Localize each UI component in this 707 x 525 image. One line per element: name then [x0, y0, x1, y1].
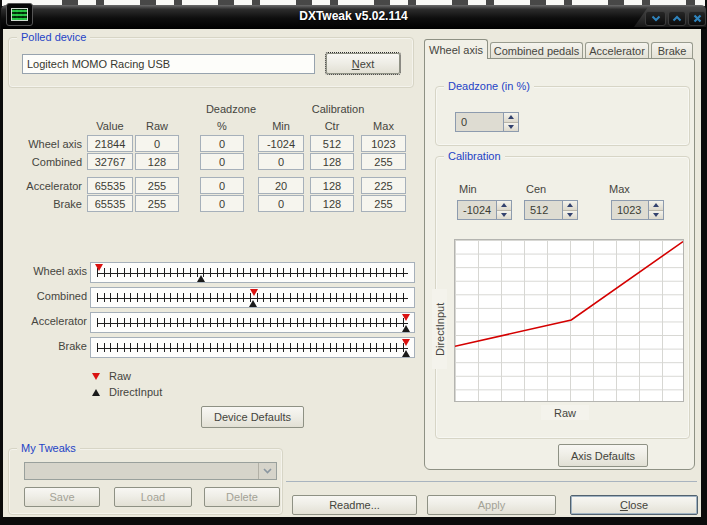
- spin-up-button[interactable]: [497, 201, 511, 211]
- accelerator-slider-row: Accelerator: [11, 312, 415, 333]
- wheel-min-cell: -1024: [258, 135, 304, 152]
- cal-max-spinner[interactable]: 1023: [611, 200, 664, 220]
- accelerator-raw-cell: 255: [135, 177, 179, 194]
- directinput-marker-icon: [92, 389, 100, 396]
- brake-value-cell: 65535: [87, 195, 133, 212]
- spin-up-button[interactable]: [504, 113, 518, 123]
- calibration-curve-svg: [455, 240, 683, 401]
- combined-min-cell: 0: [258, 153, 304, 170]
- chart-x-axis-label: Raw: [541, 405, 589, 420]
- combined-max-cell: 255: [361, 153, 406, 170]
- calibration-label: Calibration: [444, 150, 505, 162]
- directinput-marker: [197, 275, 205, 282]
- window-title: DXTweak v5.02.114: [1, 9, 706, 23]
- table-row-accelerator: Accelerator 65535 255 0 20 128 225: [11, 177, 406, 195]
- axis-defaults-button[interactable]: Axis Defaults: [558, 444, 648, 467]
- cal-cen-spinner[interactable]: 512: [524, 200, 578, 220]
- accelerator-value-cell: 65535: [87, 177, 133, 194]
- restore-button[interactable]: [668, 11, 686, 26]
- brake-deadzone-cell: 0: [200, 195, 244, 212]
- spin-down-button[interactable]: [649, 211, 663, 220]
- combined-raw-cell: 128: [135, 153, 179, 170]
- directinput-marker: [249, 300, 257, 307]
- deadzone-spinner[interactable]: 0: [455, 112, 519, 132]
- col-header-value: Value: [87, 119, 133, 132]
- spin-up-button[interactable]: [649, 201, 663, 211]
- legend-directinput: DirectInput: [92, 385, 162, 399]
- chevron-down-icon: [263, 468, 272, 474]
- calibration-span-header: Calibration: [264, 103, 412, 115]
- minimize-button[interactable]: [645, 11, 666, 26]
- spin-down-button[interactable]: [497, 211, 511, 220]
- cal-cen-label: Cen: [526, 183, 546, 195]
- raw-marker: [95, 264, 103, 271]
- brake-ctr-cell: 128: [310, 195, 354, 212]
- directinput-marker: [402, 325, 410, 332]
- accelerator-slider[interactable]: [90, 312, 415, 333]
- deadzone-value: 0: [456, 113, 503, 131]
- calibration-curve-chart: [454, 239, 684, 402]
- cal-min-spinner[interactable]: -1024: [457, 200, 512, 220]
- spin-down-button[interactable]: [563, 211, 577, 220]
- deadzone-span-header: Deadzone: [186, 103, 276, 115]
- delete-button[interactable]: Delete: [204, 487, 280, 507]
- next-device-button[interactable]: Next: [326, 53, 400, 74]
- close-window-button[interactable]: [688, 11, 706, 26]
- col-header-deadzone-pct: %: [200, 119, 244, 132]
- col-header-raw: Raw: [135, 119, 179, 132]
- up-arrow-icon: [501, 203, 507, 207]
- close-icon: [693, 14, 702, 23]
- tab-brake[interactable]: Brake: [651, 42, 693, 59]
- combo-dropdown-button[interactable]: [258, 463, 276, 479]
- brake-slider[interactable]: [90, 337, 415, 358]
- save-button[interactable]: Save: [24, 487, 100, 507]
- apply-button[interactable]: Apply: [427, 495, 556, 515]
- calibration-curve-line: [455, 242, 683, 347]
- my-tweaks-group: My Tweaks Save Load Delete: [8, 448, 283, 515]
- brake-max-cell: 255: [361, 195, 406, 212]
- deadzone-label: Deadzone (in %): [444, 80, 534, 92]
- device-defaults-button[interactable]: Device Defaults: [201, 406, 304, 428]
- combined-ctr-cell: 128: [310, 153, 354, 170]
- tab-wheel-axis[interactable]: Wheel axis: [424, 39, 488, 59]
- readme-button[interactable]: Readme...: [292, 495, 417, 515]
- brake-min-cell: 0: [258, 195, 304, 212]
- cal-max-value: 1023: [612, 201, 648, 219]
- row-label: Wheel axis: [11, 138, 87, 150]
- raw-marker: [250, 289, 258, 296]
- chevron-up-icon: [672, 15, 682, 22]
- directinput-marker: [402, 350, 410, 357]
- raw-marker: [402, 339, 410, 346]
- footer-separator: [286, 481, 697, 482]
- combined-value-cell: 32767: [87, 153, 133, 170]
- cal-min-label: Min: [459, 183, 477, 195]
- row-label: Combined: [11, 156, 87, 168]
- spin-up-button[interactable]: [563, 201, 577, 211]
- row-label: Accelerator: [11, 180, 87, 192]
- spin-down-button[interactable]: [504, 123, 518, 132]
- wheel-max-cell: 1023: [361, 135, 406, 152]
- table-row-brake: Brake 65535 255 0 0 128 255: [11, 195, 406, 213]
- cal-cen-value: 512: [525, 201, 562, 219]
- raw-marker: [402, 314, 410, 321]
- tab-accelerator[interactable]: Accelerator: [585, 42, 649, 59]
- close-button[interactable]: Close: [570, 495, 698, 515]
- down-arrow-icon: [508, 125, 514, 129]
- combined-slider[interactable]: [90, 287, 415, 308]
- tweaks-combobox[interactable]: [24, 462, 277, 480]
- wheel-axis-slider-row: Wheel axis: [11, 262, 415, 283]
- chart-y-axis-label: DirectInput: [432, 289, 447, 369]
- my-tweaks-label: My Tweaks: [17, 442, 80, 454]
- dialog-body: Polled device Logitech MOMO Racing USB N…: [3, 29, 701, 517]
- down-arrow-icon: [567, 213, 573, 217]
- tab-combined-pedals[interactable]: Combined pedals: [490, 42, 583, 59]
- raw-marker-icon: [92, 373, 100, 380]
- titlebar[interactable]: DXTweak v5.02.114: [1, 5, 706, 29]
- wheel-value-cell: 21844: [87, 135, 133, 152]
- wheel-ctr-cell: 512: [310, 135, 354, 152]
- legend-raw: Raw: [92, 369, 131, 383]
- load-button[interactable]: Load: [114, 487, 192, 507]
- table-row-wheel-axis: Wheel axis 21844 0 0 -1024 512 1023: [11, 135, 406, 153]
- wheel-axis-slider[interactable]: [90, 262, 415, 283]
- device-name-field[interactable]: Logitech MOMO Racing USB: [22, 54, 315, 74]
